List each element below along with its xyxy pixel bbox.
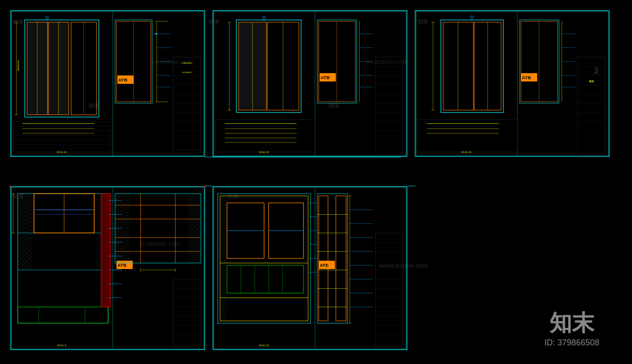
svg-marker-33 bbox=[153, 33, 157, 35]
svg-rect-105 bbox=[520, 20, 559, 103]
svg-text:Ati: Ati bbox=[589, 79, 594, 83]
svg-rect-168 bbox=[188, 194, 201, 263]
svg-rect-123 bbox=[418, 120, 517, 152]
brand-logo: 知末 ID: 379866508 bbox=[544, 312, 599, 348]
svg-rect-16 bbox=[13, 121, 110, 152]
svg-point-59 bbox=[263, 16, 266, 19]
svg-rect-207 bbox=[319, 196, 328, 321]
svg-text:ATB: ATB bbox=[522, 75, 531, 80]
brand-id: ID: 379866508 bbox=[544, 338, 599, 348]
svg-rect-143 bbox=[18, 307, 108, 324]
svg-text:ELEVATOR: ELEVATOR bbox=[182, 71, 192, 74]
svg-point-13 bbox=[46, 16, 48, 19]
brand-name: 知末 bbox=[544, 312, 599, 334]
svg-rect-226 bbox=[375, 233, 403, 346]
svg-rect-135 bbox=[18, 194, 32, 233]
svg-text:STANDARD: STANDARD bbox=[182, 62, 192, 64]
svg-rect-8 bbox=[71, 22, 97, 115]
main-container: 知末 知末 知末 知末 知末 知末 知末 www.znzmo.com cc.zn… bbox=[0, 0, 632, 364]
svg-rect-167 bbox=[115, 194, 129, 263]
svg-rect-208 bbox=[336, 196, 346, 321]
svg-text:ATB: ATB bbox=[118, 77, 128, 82]
svg-text:ES-EL-01: ES-EL-01 bbox=[57, 151, 67, 154]
svg-rect-114 bbox=[577, 57, 605, 154]
svg-text:ATB: ATB bbox=[321, 75, 330, 80]
cad-panel-bot-1: ATB ES-EL-S bbox=[10, 186, 205, 350]
svg-rect-84 bbox=[215, 120, 315, 152]
svg-text:dimension: dimension bbox=[17, 60, 20, 71]
svg-rect-172 bbox=[173, 279, 201, 346]
svg-text:ATB: ATB bbox=[117, 263, 127, 268]
svg-text:ES-EL-03: ES-EL-03 bbox=[461, 151, 472, 154]
svg-rect-188 bbox=[227, 265, 303, 293]
cad-panel-top-3: ATB Ati ES-EL bbox=[415, 10, 610, 157]
svg-rect-206 bbox=[317, 194, 348, 323]
cad-panel-top-1: dimension ATB bbox=[10, 10, 205, 157]
svg-rect-94 bbox=[443, 22, 474, 110]
svg-rect-106 bbox=[521, 21, 557, 102]
svg-text:ES-EL-02: ES-EL-02 bbox=[259, 151, 269, 154]
svg-text:ES-EL-S2: ES-EL-S2 bbox=[259, 344, 269, 347]
svg-rect-93 bbox=[441, 20, 503, 113]
ati-watermark: Ati bbox=[593, 67, 599, 74]
svg-rect-75 bbox=[375, 57, 403, 154]
svg-rect-196 bbox=[220, 196, 227, 321]
svg-rect-180 bbox=[213, 187, 406, 349]
cad-panel-bot-2: ATB bbox=[213, 186, 407, 350]
svg-rect-67 bbox=[319, 21, 355, 102]
svg-rect-197 bbox=[303, 196, 308, 321]
svg-text:ATB: ATB bbox=[320, 263, 329, 268]
svg-rect-66 bbox=[317, 20, 357, 103]
svg-text:ES-EL-S: ES-EL-S bbox=[57, 344, 67, 347]
cad-panel-top-2: ATB bbox=[213, 10, 407, 157]
svg-rect-137 bbox=[18, 233, 32, 270]
svg-rect-149 bbox=[101, 194, 110, 307]
svg-point-98 bbox=[471, 16, 474, 19]
